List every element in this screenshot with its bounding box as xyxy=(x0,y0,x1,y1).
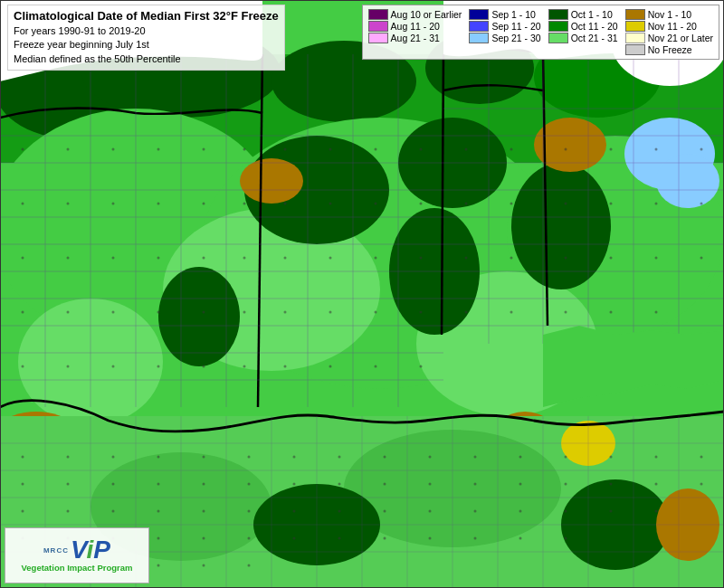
svg-point-151 xyxy=(510,148,513,151)
freeze-year-label: Freeze year beginning July 1st xyxy=(14,38,279,52)
svg-point-201 xyxy=(565,483,567,486)
map-title: Climatological Date of Median First 32°F… xyxy=(14,9,279,24)
map-legend: Aug 10 or Earlier Sep 1 - 10 Oct 1 - 10 … xyxy=(362,5,719,60)
svg-point-173 xyxy=(22,456,24,459)
svg-point-202 xyxy=(610,483,613,486)
svg-point-166 xyxy=(655,257,658,260)
svg-point-211 xyxy=(293,510,296,513)
svg-point-163 xyxy=(510,257,513,260)
mrcc-label: MRCC xyxy=(43,546,69,555)
svg-point-143 xyxy=(329,311,332,314)
svg-point-164 xyxy=(565,257,567,260)
svg-point-168 xyxy=(465,311,468,314)
svg-point-183 xyxy=(474,456,477,459)
svg-point-137 xyxy=(420,203,423,205)
legend-label-oct1: Oct 1 - 10 xyxy=(571,9,613,20)
svg-point-189 xyxy=(22,483,24,486)
svg-point-231 xyxy=(519,537,522,540)
svg-point-178 xyxy=(248,456,251,459)
svg-point-224 xyxy=(203,537,205,540)
median-def-label: Median defined as the 50th Percentile xyxy=(14,52,279,66)
svg-point-219 xyxy=(655,510,658,513)
svg-point-139 xyxy=(329,257,332,260)
svg-point-225 xyxy=(248,537,251,540)
svg-point-110 xyxy=(203,203,205,205)
svg-point-20 xyxy=(240,158,303,204)
svg-point-206 xyxy=(67,510,70,513)
svg-point-181 xyxy=(384,456,386,459)
legend-swatch-aug10 xyxy=(368,9,388,20)
legend-item-nov11: Nov 11 - 20 xyxy=(625,21,713,32)
legend-label-nov21: Nov 21 or Later xyxy=(648,33,713,43)
svg-point-177 xyxy=(203,456,205,459)
svg-point-116 xyxy=(203,257,205,260)
svg-point-238 xyxy=(248,564,251,567)
svg-point-141 xyxy=(420,257,423,260)
legend-item-aug11: Aug 11 - 20 xyxy=(368,21,462,32)
legend-item-oct11: Oct 11 - 20 xyxy=(548,21,618,32)
svg-point-179 xyxy=(293,456,296,459)
svg-point-199 xyxy=(474,483,477,486)
svg-point-228 xyxy=(384,537,386,540)
svg-point-150 xyxy=(465,148,468,151)
legend-label-nofreeze: No Freeze xyxy=(648,44,692,55)
svg-point-113 xyxy=(67,257,70,260)
svg-point-169 xyxy=(510,311,513,314)
svg-point-197 xyxy=(384,483,386,486)
svg-point-165 xyxy=(610,257,613,260)
legend-label-aug11: Aug 11 - 20 xyxy=(391,21,440,32)
svg-point-158 xyxy=(565,203,567,205)
svg-point-191 xyxy=(112,483,115,486)
svg-point-204 xyxy=(700,483,703,486)
legend-label-sep21: Sep 21 - 30 xyxy=(491,33,540,43)
svg-point-129 xyxy=(243,365,246,368)
svg-point-187 xyxy=(655,456,658,459)
svg-point-210 xyxy=(248,510,251,513)
legend-item-nofreeze: No Freeze xyxy=(625,44,713,55)
svg-point-154 xyxy=(655,148,658,151)
svg-point-145 xyxy=(420,311,423,314)
legend-item-aug21: Aug 21 - 31 xyxy=(368,33,462,43)
svg-point-136 xyxy=(375,203,377,205)
svg-point-215 xyxy=(474,510,477,513)
svg-point-196 xyxy=(338,483,341,486)
legend-item-oct21: Oct 21 - 31 xyxy=(548,33,618,43)
legend-swatch-nov1 xyxy=(625,9,645,20)
svg-point-203 xyxy=(655,483,658,486)
svg-point-107 xyxy=(67,203,70,205)
legend-item-sep21: Sep 21 - 30 xyxy=(469,33,540,43)
svg-point-212 xyxy=(338,510,341,513)
legend-label-oct21: Oct 21 - 31 xyxy=(571,33,618,43)
vip-brand: MRCC ViP xyxy=(43,537,110,563)
legend-swatch-oct11 xyxy=(548,21,568,32)
svg-point-147 xyxy=(329,365,332,368)
svg-point-131 xyxy=(329,148,332,151)
svg-point-104 xyxy=(203,148,205,151)
svg-point-232 xyxy=(565,537,567,540)
legend-swatch-oct21 xyxy=(548,33,568,43)
legend-label-oct11: Oct 11 - 20 xyxy=(571,21,618,32)
svg-point-115 xyxy=(157,257,160,260)
svg-point-195 xyxy=(293,483,296,486)
svg-point-209 xyxy=(203,510,205,513)
svg-point-111 xyxy=(243,203,246,205)
svg-point-161 xyxy=(700,203,703,205)
legend-swatch-aug21 xyxy=(368,33,388,43)
svg-point-142 xyxy=(284,311,287,314)
svg-point-130 xyxy=(284,148,287,151)
svg-point-182 xyxy=(429,456,432,459)
svg-point-217 xyxy=(565,510,567,513)
svg-point-17 xyxy=(511,163,611,289)
svg-point-125 xyxy=(67,365,70,368)
svg-point-198 xyxy=(429,483,432,486)
svg-point-124 xyxy=(22,365,24,368)
svg-point-27 xyxy=(158,267,240,366)
svg-point-146 xyxy=(284,365,287,368)
svg-point-135 xyxy=(329,203,332,205)
svg-point-167 xyxy=(700,257,703,260)
svg-point-216 xyxy=(519,510,522,513)
legend-item-sep1: Sep 1 - 10 xyxy=(469,9,540,20)
svg-point-176 xyxy=(157,456,160,459)
svg-point-205 xyxy=(22,510,24,513)
svg-point-213 xyxy=(384,510,386,513)
